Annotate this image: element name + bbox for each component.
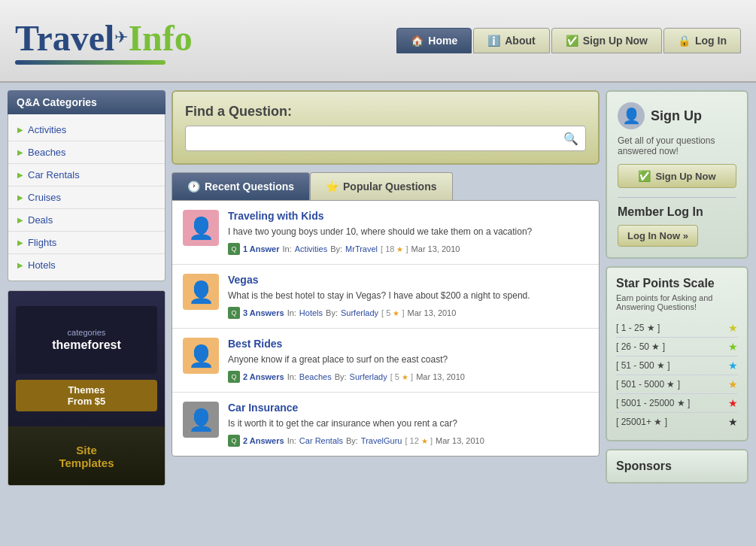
sidebar-item-label: Hotels — [28, 259, 56, 271]
question-author[interactable]: Surferlady — [350, 372, 387, 381]
question-date: Mar 13, 2010 — [436, 436, 484, 445]
signup-title: Sign Up — [651, 108, 702, 124]
tab-recent[interactable]: 🕐 Recent Questions — [172, 172, 310, 200]
sidebar-ad[interactable]: categories themeforest Themes From $5 Si… — [8, 290, 165, 486]
login-title: Member Log In — [618, 205, 736, 219]
question-date: Mar 13, 2010 — [416, 372, 465, 381]
meta-icon: Q — [228, 307, 240, 319]
sidebar-item-hotels[interactable]: ▶ Hotels — [8, 254, 165, 276]
question-author[interactable]: MrTravel — [345, 244, 378, 253]
sidebar-item-car-rentals[interactable]: ▶ Car Rentals — [8, 164, 165, 187]
question-title[interactable]: Traveling with Kids — [228, 210, 324, 222]
question-title[interactable]: Vegas — [228, 274, 258, 286]
star-tier-2: [ 26 - 50 ★ ] ★ — [616, 338, 738, 356]
question-category[interactable]: Beaches — [299, 372, 332, 381]
avatar: 👤 — [183, 338, 219, 374]
checkmark-icon: ✅ — [566, 35, 578, 47]
sidebar-item-label: Cruises — [28, 192, 61, 203]
star-icon: ★ — [421, 437, 428, 445]
question-category[interactable]: Hotels — [299, 308, 323, 317]
star-points-desc: Earn points for Asking and Answering Que… — [616, 293, 738, 311]
signup-description: Get all of your questions answered now! — [618, 135, 736, 156]
tier-range: [ 51 - 500 ★ ] — [616, 360, 670, 371]
star-tier-1: [ 1 - 25 ★ ] ★ — [616, 319, 738, 338]
question-date: Mar 13, 2010 — [411, 244, 460, 253]
tier-star-icon: ★ — [728, 341, 738, 353]
meta-icon: Q — [228, 435, 240, 447]
sidebar-item-activities[interactable]: ▶ Activities — [8, 119, 165, 141]
table-row: 👤 Best Rides Anyone know if a great plac… — [172, 329, 599, 393]
tier-range: [ 501 - 5000 ★ ] — [616, 379, 680, 390]
question-content: Car Insurance Is it worth it to get the … — [228, 402, 588, 447]
sponsors-box: Sponsors — [606, 449, 748, 484]
question-category[interactable]: Activities — [295, 244, 327, 253]
tf-logo: themeforest — [52, 338, 121, 352]
nav-home[interactable]: 🏠 Home — [396, 28, 472, 53]
star-tier-5: [ 5001 - 25000 ★ ] ★ — [616, 394, 738, 413]
question-body: Anyone know if a great place to surf on … — [228, 353, 588, 366]
tier-star-icon: ★ — [728, 322, 738, 334]
arrow-icon: ▶ — [17, 148, 23, 156]
question-meta: Q 1 Answer In: Activities By: MrTravel [… — [228, 243, 588, 255]
avatar: 👤 — [183, 274, 219, 310]
search-wrapper: 🔍 — [185, 126, 586, 151]
star-icon: ★ — [396, 245, 403, 253]
answer-count: 3 Answers — [243, 308, 284, 317]
star-tier-3: [ 51 - 500 ★ ] ★ — [616, 356, 738, 375]
tab-recent-label: Recent Questions — [205, 180, 294, 193]
sponsors-title: Sponsors — [616, 460, 738, 473]
search-input[interactable] — [185, 126, 586, 151]
sidebar-item-label: Beaches — [28, 147, 66, 158]
checkmark-icon: ✅ — [638, 170, 651, 182]
arrow-icon: ▶ — [17, 193, 23, 202]
tab-popular[interactable]: ⭐ Popular Questions — [310, 172, 452, 200]
question-author[interactable]: TravelGuru — [361, 436, 402, 445]
nav-signup-label: Sign Up Now — [583, 35, 648, 47]
question-title[interactable]: Car Insurance — [228, 402, 298, 414]
logo-plane-icon: ✈ — [114, 28, 128, 47]
nav-login[interactable]: 🔒 Log In — [663, 28, 741, 53]
sidebar-item-label: Activities — [28, 124, 66, 135]
tier-star-icon: ★ — [728, 359, 738, 372]
logo-travel-text: Travel — [15, 17, 114, 59]
question-author[interactable]: Surferlady — [341, 308, 378, 317]
clock-icon: 🕐 — [187, 180, 200, 193]
find-question-label: Find a Question: — [185, 104, 586, 120]
question-score: [ 18 ★ ] — [381, 244, 408, 253]
table-row: 👤 Car Insurance Is it worth it to get th… — [172, 393, 599, 456]
tf-from-text: From $5 — [25, 396, 148, 407]
question-meta: Q 2 Answers In: Car Rentals By: TravelGu… — [228, 435, 588, 447]
main-content: Q&A Categories ▶ Activities ▶ Beaches ▶ … — [0, 83, 756, 493]
sidebar-item-cruises[interactable]: ▶ Cruises — [8, 187, 165, 209]
signup-avatar: 👤 — [618, 102, 645, 129]
login-now-button[interactable]: Log In Now » — [618, 225, 698, 247]
find-question-box: Find a Question: 🔍 — [172, 90, 600, 165]
login-section: Member Log In Log In Now » — [618, 197, 736, 247]
tab-popular-label: Popular Questions — [343, 180, 436, 193]
star-icon: ★ — [402, 373, 408, 381]
sidebar-item-beaches[interactable]: ▶ Beaches — [8, 141, 165, 164]
question-score: [ 12 ★ ] — [405, 436, 433, 445]
nav-signup[interactable]: ✅ Sign Up Now — [551, 28, 662, 53]
tier-range: [ 26 - 50 ★ ] — [616, 341, 665, 352]
question-score: [ 5 ★ ] — [390, 372, 413, 381]
lock-icon: 🔒 — [678, 35, 691, 47]
question-content: Traveling with Kids I have two young boy… — [228, 210, 588, 255]
question-category[interactable]: Car Rentals — [299, 436, 343, 445]
logo-info-text: Info — [128, 17, 192, 59]
sidebar-item-deals[interactable]: ▶ Deals — [8, 209, 165, 232]
question-meta: Q 3 Answers In: Hotels By: Surferlady [ … — [228, 307, 588, 319]
sidebar-item-flights[interactable]: ▶ Flights — [8, 232, 165, 254]
meta-icon: Q — [228, 243, 240, 255]
avatar: 👤 — [183, 210, 219, 246]
signup-header: 👤 Sign Up — [618, 102, 736, 129]
main-nav: 🏠 Home ℹ️ About ✅ Sign Up Now 🔒 Log In — [396, 28, 741, 53]
tf-themes-text: Themes — [25, 384, 148, 396]
table-row: 👤 Traveling with Kids I have two young b… — [172, 201, 599, 265]
signup-box: 👤 Sign Up Get all of your questions answ… — [606, 90, 748, 259]
nav-about-label: About — [505, 35, 535, 47]
signup-btn-label: Sign Up Now — [655, 171, 715, 182]
nav-about[interactable]: ℹ️ About — [473, 28, 549, 53]
signup-now-button[interactable]: ✅ Sign Up Now — [618, 164, 736, 188]
question-title[interactable]: Best Rides — [228, 338, 282, 350]
